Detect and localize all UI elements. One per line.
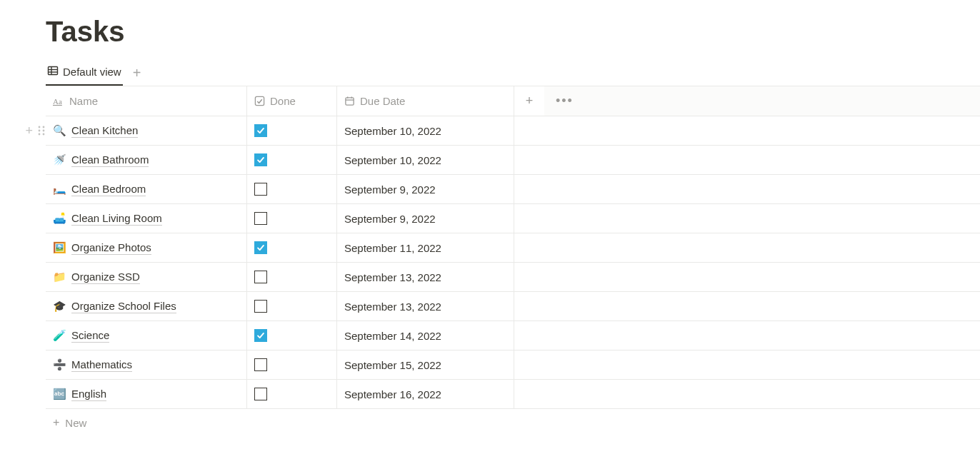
cell-done[interactable]	[247, 146, 337, 174]
task-name: English	[71, 388, 106, 401]
done-checkbox[interactable]	[254, 300, 267, 313]
done-checkbox[interactable]	[254, 153, 267, 166]
drag-handle-icon[interactable]	[37, 154, 46, 166]
add-row-button[interactable]: +	[25, 153, 33, 168]
cell-empty	[544, 146, 980, 174]
new-row-label: New	[65, 417, 86, 429]
drag-handle-icon[interactable]	[37, 183, 46, 195]
drag-handle-icon[interactable]	[37, 359, 46, 370]
task-name: Mathematics	[71, 358, 132, 372]
col-header-done[interactable]: Done	[247, 86, 337, 116]
cell-name[interactable]: 📁Organize SSD	[46, 263, 247, 291]
svg-point-62	[39, 368, 41, 370]
col-header-name[interactable]: Aa Name	[46, 86, 247, 116]
page-title: Tasks	[46, 16, 980, 48]
drag-handle-icon[interactable]	[37, 213, 46, 224]
drag-handle-icon[interactable]	[37, 125, 46, 136]
table-row[interactable]: + 🖼️Organize PhotosSeptember 11, 2022	[46, 233, 980, 263]
cell-name[interactable]: 🖼️Organize Photos	[46, 233, 247, 262]
cell-due-date[interactable]: September 15, 2022	[337, 350, 514, 379]
table-row[interactable]: + 🧪ScienceSeptember 14, 2022	[46, 321, 980, 350]
svg-point-69	[43, 397, 45, 399]
plus-icon: +	[53, 416, 59, 429]
checkbox-icon	[254, 96, 265, 106]
svg-point-51	[43, 309, 45, 311]
table-row[interactable]: + 🚿Clean BathroomSeptember 10, 2022	[46, 146, 980, 175]
tab-default-view[interactable]: Default view	[46, 61, 123, 86]
table-row[interactable]: + 🔤EnglishSeptember 16, 2022	[46, 380, 980, 409]
add-row-button[interactable]: +	[25, 358, 33, 373]
svg-point-53	[43, 331, 45, 333]
table-row[interactable]: + 📁Organize SSDSeptember 13, 2022	[46, 263, 980, 292]
cell-due-date[interactable]: September 14, 2022	[337, 321, 514, 350]
svg-point-36	[39, 247, 41, 249]
cell-done[interactable]	[247, 292, 337, 321]
cell-name[interactable]: 🛋️Clean Living Room	[46, 204, 247, 233]
drag-handle-icon[interactable]	[37, 301, 46, 312]
cell-done[interactable]	[247, 116, 337, 145]
add-row-button[interactable]: +	[25, 387, 33, 402]
page-emoji-icon: 🛋️	[53, 212, 66, 225]
table-row[interactable]: + ➗MathematicsSeptember 15, 2022	[46, 350, 980, 380]
cell-due-date[interactable]: September 9, 2022	[337, 175, 514, 203]
add-row-button[interactable]: +	[25, 328, 33, 343]
cell-empty	[544, 175, 980, 203]
table-row[interactable]: + 🛋️Clean Living RoomSeptember 9, 2022	[46, 204, 980, 233]
done-checkbox[interactable]	[254, 329, 267, 342]
add-row-button[interactable]: +	[25, 123, 33, 138]
add-row-button[interactable]: +	[25, 182, 33, 197]
cell-name[interactable]: ➗Mathematics	[46, 350, 247, 379]
cell-due-date[interactable]: September 11, 2022	[337, 233, 514, 262]
table-row[interactable]: + 🛏️Clean BedroomSeptember 9, 2022	[46, 175, 980, 204]
drag-handle-icon[interactable]	[37, 242, 46, 253]
cell-due-date[interactable]: September 9, 2022	[337, 204, 514, 233]
done-checkbox[interactable]	[254, 241, 267, 254]
table-header: Aa Name Done	[46, 86, 980, 116]
svg-point-22	[39, 185, 41, 187]
table-icon	[47, 65, 59, 79]
table-more-button[interactable]: •••	[544, 86, 980, 116]
table-row[interactable]: + 🔍Clean KitchenSeptember 10, 2022	[46, 116, 980, 146]
add-column-button[interactable]: +	[514, 86, 544, 116]
cell-due-date[interactable]: September 10, 2022	[337, 146, 514, 174]
cell-done[interactable]	[247, 380, 337, 408]
cell-name[interactable]: 🚿Clean Bathroom	[46, 146, 247, 174]
cell-name[interactable]: 🧪Science	[46, 321, 247, 350]
drag-handle-icon[interactable]	[37, 388, 46, 400]
new-row-button[interactable]: + New	[46, 409, 980, 436]
add-row-button[interactable]: +	[25, 270, 33, 285]
cell-done[interactable]	[247, 350, 337, 379]
add-row-button[interactable]: +	[25, 211, 33, 226]
add-row-button[interactable]: +	[25, 299, 33, 314]
done-checkbox[interactable]	[254, 124, 267, 137]
cell-done[interactable]	[247, 263, 337, 291]
svg-point-48	[39, 306, 41, 308]
add-row-button[interactable]: +	[25, 241, 33, 256]
done-checkbox[interactable]	[254, 271, 267, 283]
cell-due-date[interactable]: September 10, 2022	[337, 116, 514, 145]
done-checkbox[interactable]	[254, 212, 267, 225]
drag-handle-icon[interactable]	[37, 271, 46, 283]
cell-due-date[interactable]: September 13, 2022	[337, 263, 514, 291]
cell-done[interactable]	[247, 204, 337, 233]
svg-point-27	[43, 192, 45, 194]
cell-name[interactable]: 🛏️Clean Bedroom	[46, 175, 247, 203]
cell-due-date[interactable]: September 16, 2022	[337, 380, 514, 408]
done-checkbox[interactable]	[254, 358, 267, 371]
cell-empty	[514, 204, 544, 233]
cell-done[interactable]	[247, 175, 337, 203]
cell-name[interactable]: 🎓Organize School Files	[46, 292, 247, 321]
col-header-due[interactable]: Due Date	[337, 86, 514, 116]
table-row[interactable]: + 🎓Organize School FilesSeptember 13, 20…	[46, 292, 980, 321]
done-checkbox[interactable]	[254, 388, 267, 400]
cell-name[interactable]: 🔍Clean Kitchen	[46, 116, 247, 145]
cell-name[interactable]: 🔤English	[46, 380, 247, 408]
cell-done[interactable]	[247, 321, 337, 350]
cell-due-date[interactable]: September 13, 2022	[337, 292, 514, 321]
done-checkbox[interactable]	[254, 183, 267, 196]
page-emoji-icon: 🚿	[53, 153, 66, 166]
cell-done[interactable]	[247, 233, 337, 262]
page-emoji-icon: 🖼️	[53, 241, 66, 254]
add-view-button[interactable]: +	[133, 66, 141, 81]
drag-handle-icon[interactable]	[37, 330, 46, 341]
